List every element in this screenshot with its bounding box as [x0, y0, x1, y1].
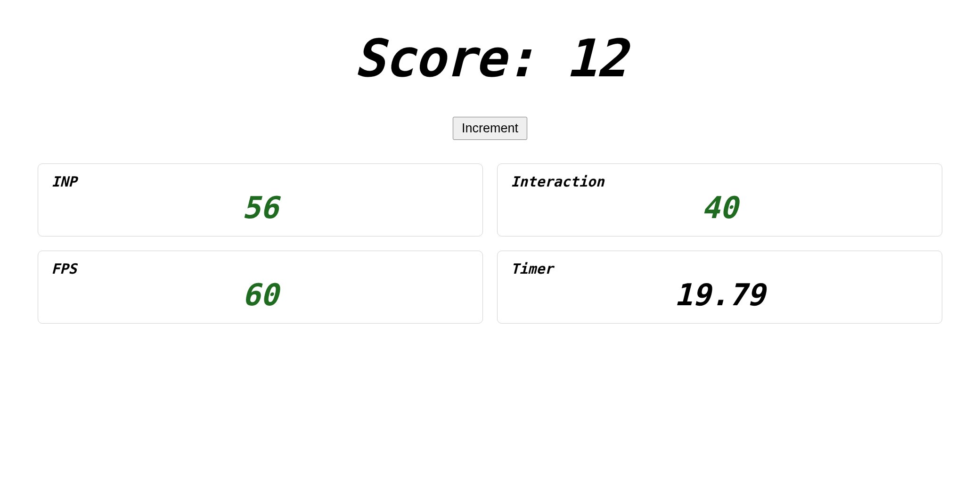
metric-card-inp: INP 56 — [38, 163, 483, 236]
metric-value-inp: 56 — [51, 193, 469, 223]
metric-title-interaction: Interaction — [511, 173, 929, 190]
metric-card-timer: Timer 19.79 — [497, 251, 942, 324]
metric-value-fps: 60 — [51, 280, 469, 310]
button-container: Increment — [38, 117, 942, 140]
increment-button[interactable]: Increment — [453, 117, 527, 140]
metric-card-interaction: Interaction 40 — [497, 163, 942, 236]
score-heading: Score: 12 — [38, 28, 942, 89]
score-value: 12 — [566, 28, 626, 89]
metric-title-inp: INP — [51, 173, 469, 190]
metric-title-timer: Timer — [511, 260, 929, 277]
metric-card-fps: FPS 60 — [38, 251, 483, 324]
metric-value-interaction: 40 — [511, 193, 929, 223]
score-label: Score: — [354, 28, 535, 89]
metric-value-timer: 19.79 — [511, 280, 929, 310]
metrics-grid: INP 56 Interaction 40 FPS 60 Timer 19.79 — [38, 163, 942, 324]
metric-title-fps: FPS — [51, 260, 469, 277]
